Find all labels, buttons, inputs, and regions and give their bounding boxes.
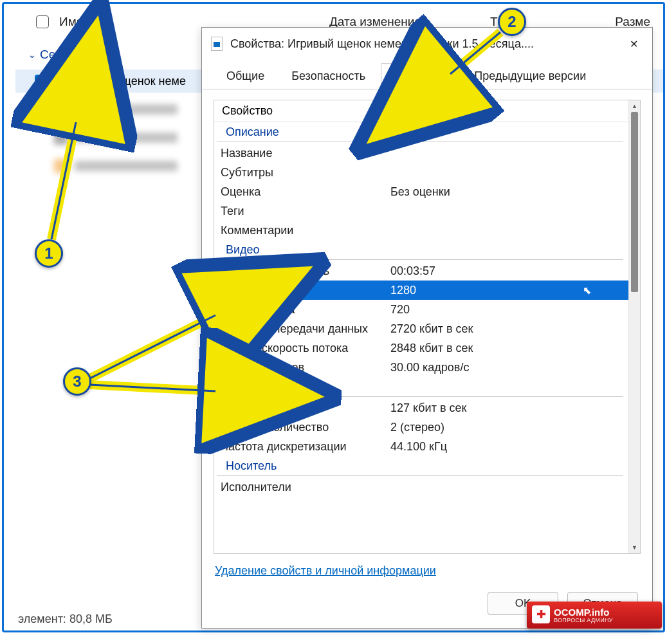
row-duration[interactable]: Продолжительность00:03:57 — [214, 261, 628, 281]
dialog-titlebar[interactable]: Свойства: Игривый щенок немецко вчарки 1… — [202, 28, 652, 60]
col-property[interactable]: Свойство — [214, 104, 388, 118]
row-channels[interactable]: Каналы, количество2 (стерео) — [214, 418, 628, 437]
tab-strip: Общие Безопасность Подробно Предыдущие в… — [202, 60, 652, 89]
cursor-icon: ⬉ — [583, 284, 591, 297]
row-subtitles[interactable]: Субтитры — [214, 163, 628, 182]
scroll-up-arrow[interactable]: ▲ — [629, 100, 640, 112]
row-tags[interactable]: Теги — [214, 201, 628, 221]
row-performers[interactable]: Исполнители — [214, 477, 628, 497]
file-checkbox-checked[interactable]: ✓ — [35, 75, 48, 87]
col-value[interactable]: Значение — [388, 104, 628, 118]
tab-security[interactable]: Безопасность — [280, 64, 377, 89]
dialog-title-icon — [211, 37, 223, 51]
row-fps[interactable]: Частота кадров30.00 кадров/с — [214, 358, 628, 377]
row-data-bitrate[interactable]: Скорость передачи данных2720 кбит в сек — [214, 319, 628, 338]
row-frame-width[interactable]: Ширина кадра1280 ⬉ — [214, 281, 628, 300]
section-video: Видео — [217, 240, 623, 260]
section-audio: Аудио — [217, 377, 623, 397]
video-file-icon — [54, 74, 66, 88]
site-watermark: OCOMP.info ВОПРОСЫ АДМИНУ — [527, 602, 662, 629]
scroll-thumb[interactable] — [631, 112, 638, 292]
row-audio-bitrate[interactable]: Скорость потока127 кбит в сек — [214, 398, 628, 418]
scroll-track[interactable] — [629, 292, 640, 542]
watermark-title: OCOMP.info — [554, 607, 613, 617]
tab-details[interactable]: Подробно — [381, 63, 459, 89]
row-comments[interactable]: Комментарии — [214, 221, 628, 240]
annotation-badge-1: 1 — [35, 239, 63, 268]
row-total-bitrate[interactable]: Общая скорость потока2848 кбит в сек — [214, 338, 628, 358]
select-all-checkbox[interactable] — [36, 15, 49, 28]
tab-previous-versions[interactable]: Предыдущие версии — [462, 64, 598, 89]
scroll-down-arrow[interactable]: ▼ — [629, 542, 640, 553]
annotation-badge-3: 3 — [63, 367, 91, 396]
row-sample-rate[interactable]: Частота дискретизации44.100 кГц — [214, 437, 628, 456]
close-button[interactable]: ✕ — [619, 33, 648, 55]
chevron-down-icon: ⌄ — [28, 50, 36, 60]
tab-general[interactable]: Общие — [215, 64, 276, 89]
properties-table: Свойство Значение Описание Название Субт… — [214, 100, 641, 554]
annotation-badge-2: 2 — [498, 8, 526, 36]
dialog-title: Свойства: Игривый щенок немецко вчарки 1… — [230, 37, 619, 51]
vertical-scrollbar[interactable]: ▲ ▼ — [628, 100, 640, 553]
group-label: Сегодня (1) — [40, 48, 105, 62]
status-text: элемент: 80,8 МБ — [18, 612, 113, 626]
row-rating[interactable]: ОценкаБез оценки — [214, 182, 628, 201]
section-description: Описание — [217, 122, 623, 142]
row-frame-height[interactable]: Высота кадра720 — [214, 300, 628, 319]
details-pane: Свойство Значение Описание Название Субт… — [202, 89, 652, 588]
watermark-subtitle: ВОПРОСЫ АДМИНУ — [554, 617, 613, 623]
status-bar: элемент: 80,8 МБ — [15, 607, 208, 630]
properties-scroller: Свойство Значение Описание Название Субт… — [214, 100, 628, 553]
row-title[interactable]: Название — [214, 143, 628, 163]
remove-properties-link[interactable]: Удаление свойств и личной информации — [214, 554, 641, 583]
table-column-header: Свойство Значение — [214, 100, 628, 122]
file-name: Игривый щенок неме — [72, 75, 186, 88]
properties-dialog: Свойства: Игривый щенок немецко вчарки 1… — [201, 27, 653, 629]
section-media: Носитель — [217, 456, 623, 476]
